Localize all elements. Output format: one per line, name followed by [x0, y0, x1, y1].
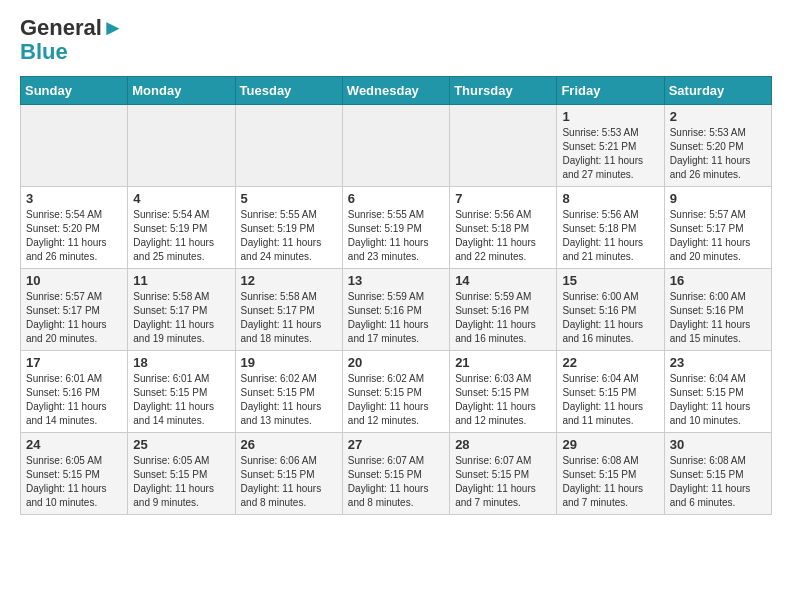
day-info: Sunrise: 6:07 AMSunset: 5:15 PMDaylight:… — [348, 454, 444, 510]
calendar-cell: 7Sunrise: 5:56 AMSunset: 5:18 PMDaylight… — [450, 187, 557, 269]
calendar-day-header: Sunday — [21, 77, 128, 105]
calendar-cell: 13Sunrise: 5:59 AMSunset: 5:16 PMDayligh… — [342, 269, 449, 351]
day-number: 28 — [455, 437, 551, 452]
day-info: Sunrise: 6:02 AMSunset: 5:15 PMDaylight:… — [348, 372, 444, 428]
day-number: 15 — [562, 273, 658, 288]
day-info: Sunrise: 6:08 AMSunset: 5:15 PMDaylight:… — [670, 454, 766, 510]
calendar-week-row: 17Sunrise: 6:01 AMSunset: 5:16 PMDayligh… — [21, 351, 772, 433]
day-info: Sunrise: 6:03 AMSunset: 5:15 PMDaylight:… — [455, 372, 551, 428]
day-number: 3 — [26, 191, 122, 206]
day-number: 10 — [26, 273, 122, 288]
calendar-cell — [450, 105, 557, 187]
day-info: Sunrise: 6:06 AMSunset: 5:15 PMDaylight:… — [241, 454, 337, 510]
day-info: Sunrise: 6:07 AMSunset: 5:15 PMDaylight:… — [455, 454, 551, 510]
day-info: Sunrise: 5:57 AMSunset: 5:17 PMDaylight:… — [670, 208, 766, 264]
calendar-week-row: 1Sunrise: 5:53 AMSunset: 5:21 PMDaylight… — [21, 105, 772, 187]
day-number: 27 — [348, 437, 444, 452]
day-info: Sunrise: 5:59 AMSunset: 5:16 PMDaylight:… — [348, 290, 444, 346]
calendar-week-row: 10Sunrise: 5:57 AMSunset: 5:17 PMDayligh… — [21, 269, 772, 351]
calendar-cell: 20Sunrise: 6:02 AMSunset: 5:15 PMDayligh… — [342, 351, 449, 433]
calendar-table: SundayMondayTuesdayWednesdayThursdayFrid… — [20, 76, 772, 515]
day-number: 13 — [348, 273, 444, 288]
day-number: 17 — [26, 355, 122, 370]
calendar-cell: 10Sunrise: 5:57 AMSunset: 5:17 PMDayligh… — [21, 269, 128, 351]
calendar-cell — [21, 105, 128, 187]
calendar-cell: 27Sunrise: 6:07 AMSunset: 5:15 PMDayligh… — [342, 433, 449, 515]
calendar-cell: 3Sunrise: 5:54 AMSunset: 5:20 PMDaylight… — [21, 187, 128, 269]
calendar-day-header: Saturday — [664, 77, 771, 105]
day-number: 14 — [455, 273, 551, 288]
day-info: Sunrise: 5:56 AMSunset: 5:18 PMDaylight:… — [455, 208, 551, 264]
day-number: 29 — [562, 437, 658, 452]
day-info: Sunrise: 5:53 AMSunset: 5:20 PMDaylight:… — [670, 126, 766, 182]
day-info: Sunrise: 5:59 AMSunset: 5:16 PMDaylight:… — [455, 290, 551, 346]
calendar-cell: 30Sunrise: 6:08 AMSunset: 5:15 PMDayligh… — [664, 433, 771, 515]
day-number: 20 — [348, 355, 444, 370]
calendar-week-row: 3Sunrise: 5:54 AMSunset: 5:20 PMDaylight… — [21, 187, 772, 269]
calendar-header-row: SundayMondayTuesdayWednesdayThursdayFrid… — [21, 77, 772, 105]
calendar-cell: 11Sunrise: 5:58 AMSunset: 5:17 PMDayligh… — [128, 269, 235, 351]
day-info: Sunrise: 5:56 AMSunset: 5:18 PMDaylight:… — [562, 208, 658, 264]
calendar-cell: 14Sunrise: 5:59 AMSunset: 5:16 PMDayligh… — [450, 269, 557, 351]
day-number: 7 — [455, 191, 551, 206]
day-number: 5 — [241, 191, 337, 206]
day-number: 9 — [670, 191, 766, 206]
calendar-day-header: Friday — [557, 77, 664, 105]
day-info: Sunrise: 6:04 AMSunset: 5:15 PMDaylight:… — [670, 372, 766, 428]
calendar-cell: 9Sunrise: 5:57 AMSunset: 5:17 PMDaylight… — [664, 187, 771, 269]
calendar-cell: 25Sunrise: 6:05 AMSunset: 5:15 PMDayligh… — [128, 433, 235, 515]
calendar-cell: 22Sunrise: 6:04 AMSunset: 5:15 PMDayligh… — [557, 351, 664, 433]
calendar-cell — [342, 105, 449, 187]
day-number: 1 — [562, 109, 658, 124]
calendar-cell: 29Sunrise: 6:08 AMSunset: 5:15 PMDayligh… — [557, 433, 664, 515]
day-number: 2 — [670, 109, 766, 124]
day-info: Sunrise: 5:55 AMSunset: 5:19 PMDaylight:… — [348, 208, 444, 264]
day-number: 23 — [670, 355, 766, 370]
day-number: 4 — [133, 191, 229, 206]
calendar-cell: 16Sunrise: 6:00 AMSunset: 5:16 PMDayligh… — [664, 269, 771, 351]
day-info: Sunrise: 6:01 AMSunset: 5:15 PMDaylight:… — [133, 372, 229, 428]
day-info: Sunrise: 6:08 AMSunset: 5:15 PMDaylight:… — [562, 454, 658, 510]
calendar-cell: 2Sunrise: 5:53 AMSunset: 5:20 PMDaylight… — [664, 105, 771, 187]
calendar-cell: 23Sunrise: 6:04 AMSunset: 5:15 PMDayligh… — [664, 351, 771, 433]
day-number: 26 — [241, 437, 337, 452]
calendar-day-header: Tuesday — [235, 77, 342, 105]
day-number: 25 — [133, 437, 229, 452]
calendar-cell: 15Sunrise: 6:00 AMSunset: 5:16 PMDayligh… — [557, 269, 664, 351]
calendar-cell: 18Sunrise: 6:01 AMSunset: 5:15 PMDayligh… — [128, 351, 235, 433]
calendar-cell: 1Sunrise: 5:53 AMSunset: 5:21 PMDaylight… — [557, 105, 664, 187]
day-info: Sunrise: 6:05 AMSunset: 5:15 PMDaylight:… — [26, 454, 122, 510]
calendar-cell: 17Sunrise: 6:01 AMSunset: 5:16 PMDayligh… — [21, 351, 128, 433]
calendar-cell: 21Sunrise: 6:03 AMSunset: 5:15 PMDayligh… — [450, 351, 557, 433]
calendar-cell: 19Sunrise: 6:02 AMSunset: 5:15 PMDayligh… — [235, 351, 342, 433]
day-info: Sunrise: 5:57 AMSunset: 5:17 PMDaylight:… — [26, 290, 122, 346]
calendar-cell: 5Sunrise: 5:55 AMSunset: 5:19 PMDaylight… — [235, 187, 342, 269]
day-info: Sunrise: 5:53 AMSunset: 5:21 PMDaylight:… — [562, 126, 658, 182]
day-number: 30 — [670, 437, 766, 452]
day-info: Sunrise: 6:04 AMSunset: 5:15 PMDaylight:… — [562, 372, 658, 428]
day-number: 18 — [133, 355, 229, 370]
calendar-cell: 4Sunrise: 5:54 AMSunset: 5:19 PMDaylight… — [128, 187, 235, 269]
day-number: 16 — [670, 273, 766, 288]
calendar-cell — [128, 105, 235, 187]
day-info: Sunrise: 5:54 AMSunset: 5:19 PMDaylight:… — [133, 208, 229, 264]
day-info: Sunrise: 5:54 AMSunset: 5:20 PMDaylight:… — [26, 208, 122, 264]
day-info: Sunrise: 5:58 AMSunset: 5:17 PMDaylight:… — [133, 290, 229, 346]
calendar-cell: 24Sunrise: 6:05 AMSunset: 5:15 PMDayligh… — [21, 433, 128, 515]
day-info: Sunrise: 6:00 AMSunset: 5:16 PMDaylight:… — [670, 290, 766, 346]
logo-text: General►Blue — [20, 16, 124, 64]
day-info: Sunrise: 6:02 AMSunset: 5:15 PMDaylight:… — [241, 372, 337, 428]
calendar-cell: 26Sunrise: 6:06 AMSunset: 5:15 PMDayligh… — [235, 433, 342, 515]
day-number: 24 — [26, 437, 122, 452]
header: General►Blue — [20, 16, 772, 64]
page: General►Blue SundayMondayTuesdayWednesda… — [0, 0, 792, 531]
day-info: Sunrise: 6:01 AMSunset: 5:16 PMDaylight:… — [26, 372, 122, 428]
calendar-cell: 28Sunrise: 6:07 AMSunset: 5:15 PMDayligh… — [450, 433, 557, 515]
calendar-week-row: 24Sunrise: 6:05 AMSunset: 5:15 PMDayligh… — [21, 433, 772, 515]
calendar-day-header: Monday — [128, 77, 235, 105]
day-number: 22 — [562, 355, 658, 370]
calendar-cell — [235, 105, 342, 187]
calendar-cell: 12Sunrise: 5:58 AMSunset: 5:17 PMDayligh… — [235, 269, 342, 351]
calendar-day-header: Wednesday — [342, 77, 449, 105]
day-info: Sunrise: 5:58 AMSunset: 5:17 PMDaylight:… — [241, 290, 337, 346]
